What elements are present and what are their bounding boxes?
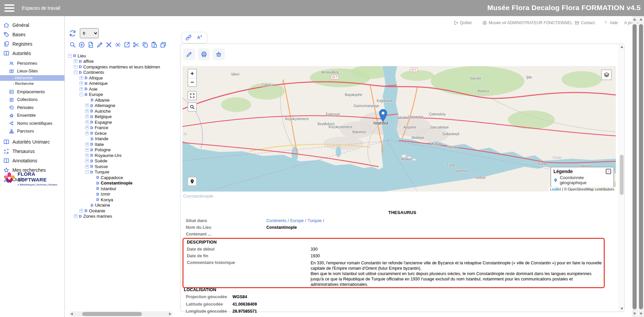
sidebar-item-autorit-s[interactable]: Autorités [0, 49, 64, 58]
legend-collapse-button[interactable]: − [606, 169, 611, 174]
edit-button[interactable] [183, 48, 195, 60]
duplicate-icon[interactable] [160, 41, 167, 49]
link-tab[interactable] [185, 34, 192, 41]
sidebar-item-collections[interactable]: Collections [0, 96, 64, 104]
expand-icon[interactable]: + [79, 76, 83, 80]
expand-icon[interactable]: + [85, 131, 89, 135]
collapse-icon[interactable]: − [74, 65, 77, 69]
breadcrumb-link-turquie[interactable]: Turquie [308, 218, 322, 223]
sidebar-item-ensemble[interactable]: Ensemble [0, 112, 64, 120]
tree-node-belgique[interactable]: +DBelgique [68, 114, 176, 120]
tree-node-irlande[interactable]: DIrlande [68, 136, 176, 142]
expand-icon[interactable]: + [85, 120, 89, 124]
tree-node-lieu[interactable]: −DLieu [68, 53, 176, 59]
expand-icon[interactable]: + [85, 154, 89, 157]
sidebar-item-personnes[interactable]: Personnes [0, 59, 64, 67]
expand-icon[interactable]: + [79, 87, 83, 91]
expand-icon[interactable]: + [85, 165, 89, 168]
userbar-quitter[interactable]: Quitter [453, 19, 472, 26]
tree-node-gr-ce[interactable]: +DGrèce [68, 130, 176, 136]
paste-icon[interactable] [151, 41, 158, 49]
sidebar-item-recherche[interactable]: - Recherche [0, 81, 64, 87]
sidebar-item-thesaurus[interactable]: Thesaurus [0, 147, 64, 156]
tree-node-pologne[interactable]: +DPologne [68, 147, 176, 153]
zoom-in-button[interactable]: + [188, 69, 196, 78]
expand-icon[interactable]: + [79, 209, 83, 213]
tree-node-konya[interactable]: DKonya [68, 197, 176, 203]
tree-node-turquie[interactable]: −DTurquie [68, 169, 176, 175]
panel-vscrollbar[interactable] [619, 44, 624, 312]
tree-hscrollbar[interactable] [69, 311, 173, 317]
expand-icon[interactable]: + [85, 115, 89, 118]
breadcrumb-link-continents[interactable]: Continents [266, 218, 286, 223]
basket-button[interactable] [213, 48, 225, 60]
add-icon[interactable] [78, 41, 86, 49]
collapse-icon[interactable]: − [79, 93, 83, 96]
sidebar-item-autorit-s-unimarc[interactable]: Autorités Unimarc [0, 137, 64, 147]
tree-node-autriche[interactable]: +DAutriche [68, 108, 176, 114]
breadcrumb-link-europe[interactable]: Europe [290, 218, 304, 223]
tree-node-compagnies-maritimes-et-leurs-b-timen[interactable]: −DCompagnies maritimes et leurs bâtimen [68, 64, 176, 70]
tree-node-affixe[interactable]: +Daffixe [68, 59, 176, 64]
tree-node-zones-marines[interactable]: +DZones marines [68, 214, 176, 219]
layers-button[interactable] [601, 69, 612, 80]
sidebar-item-lieux-sites[interactable]: Lieux-Sites [0, 67, 64, 75]
tree-node-constantinople[interactable]: DConstantinople [68, 180, 176, 186]
cut-icon[interactable] [132, 41, 140, 49]
tree-node-ukraine[interactable]: DUkraine [68, 203, 176, 208]
delete-icon[interactable] [105, 41, 113, 49]
collapse-icon[interactable]: − [68, 54, 72, 58]
userbar-mus-e-v4-administrateur-fonctionnel[interactable]: Musée v4 ADMINISTRATEUR FONCTIONNEL [482, 19, 573, 26]
tree-node-suisse[interactable]: +DSuisse [68, 164, 176, 169]
sidebar-item-hi-rarchie[interactable]: - Hiérarchie [0, 75, 64, 81]
refresh-icon[interactable] [69, 30, 76, 37]
sidebar-item-noms-scientifiques[interactable]: Noms scientifiques [0, 119, 64, 127]
expand-icon[interactable]: + [85, 143, 89, 146]
zoom-out-button[interactable]: − [188, 78, 196, 87]
tree-node-am-rique[interactable]: +DAmérique [68, 81, 176, 87]
tree-node-oc-anie[interactable]: +DOcéanie [68, 208, 176, 214]
map-search-button[interactable] [187, 102, 197, 112]
tree-node-italie[interactable]: +DItalie [68, 142, 176, 147]
print-button[interactable] [198, 48, 210, 60]
copy-icon[interactable] [142, 41, 149, 49]
leaflet-map[interactable]: SilivriÇatalcaArnavutköySarıyerBeykozBaş… [182, 66, 616, 192]
tree-node-asie[interactable]: +DAsie [68, 86, 176, 92]
userbar-contact[interactable]: Contact [575, 19, 595, 26]
sidebar-item-emplacements[interactable]: Emplacements [0, 88, 64, 96]
new-record-icon[interactable] [87, 41, 95, 49]
sidebar-item-bases[interactable]: Bases [0, 30, 64, 39]
tree-node-royaume-uni[interactable]: +DRoyaume-Uni [68, 153, 176, 158]
detach-icon[interactable] [114, 41, 122, 49]
tree-node-europe[interactable]: −DEurope [68, 92, 176, 98]
tree-node-espagne[interactable]: +DEspagne [68, 119, 176, 125]
expand-icon[interactable]: + [74, 59, 77, 63]
tree-node-france[interactable]: +DFrance [68, 125, 176, 131]
hamburger-menu-icon[interactable] [4, 4, 14, 12]
userbar-aide[interactable]: Aide [603, 19, 618, 26]
page-vscrollbar[interactable] [638, 16, 644, 317]
open-external-icon[interactable] [123, 41, 131, 49]
search-icon[interactable] [69, 41, 76, 49]
expand-icon[interactable]: + [85, 109, 89, 113]
expand-icon[interactable]: + [79, 82, 83, 85]
tree-node-izmir[interactable]: DIzmir [68, 192, 176, 197]
fullscreen-button[interactable] [187, 91, 197, 100]
map-pin-button[interactable] [187, 177, 197, 186]
ab-tab[interactable] [197, 34, 203, 41]
tree-node-continents[interactable]: −DContinents [68, 70, 176, 75]
record-caption-link[interactable]: Constantinople [183, 194, 213, 199]
leaflet-link[interactable]: Leaflet [550, 187, 561, 191]
collapse-icon[interactable]: − [85, 170, 89, 174]
tree-node-allemagne[interactable]: +DAllemagne [68, 103, 176, 109]
expand-icon[interactable]: + [85, 148, 89, 152]
expand-icon[interactable]: + [85, 159, 89, 163]
sidebar-item-g-n-ral[interactable]: Général [0, 20, 64, 30]
zoom-control[interactable]: + − [187, 69, 197, 87]
language-select[interactable]: fr [80, 28, 99, 38]
expand-icon[interactable]: + [85, 104, 89, 107]
collapse-icon[interactable]: − [74, 70, 77, 74]
sidebar-item-annotations[interactable]: Annotations [0, 156, 64, 165]
tree-node-cappadoce[interactable]: DCappadoce [68, 175, 176, 180]
tree-node-albanie[interactable]: DAlbanie [68, 97, 176, 103]
